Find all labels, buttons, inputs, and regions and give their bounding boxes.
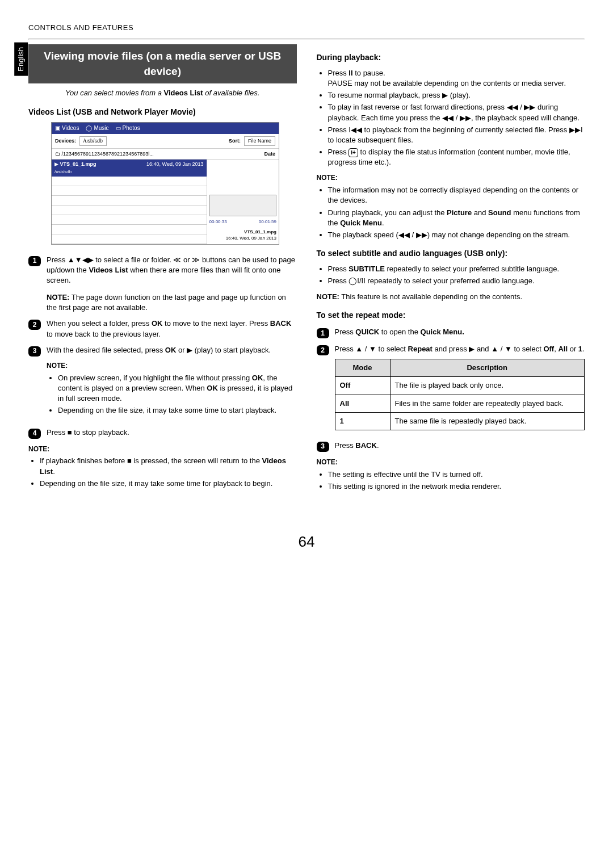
ffwd-icon: ▶▶ [524,103,535,111]
rstep3-text: Press BACK. [335,441,585,452]
pn2pic: Picture [447,208,472,217]
sb2b: repeatedly to select your preferred audi… [366,276,535,285]
s3b: or [176,346,187,354]
pb2b: (play). [448,91,471,99]
pb-b5: Press i+ to display the file status info… [328,147,585,167]
repeat-mode-table: ModeDescription OffThe file is played ba… [335,359,585,430]
tab-photos-label: Photos [123,124,140,132]
step4-text: Press ■ to stop playback. [47,427,297,439]
td-off: Off [335,377,390,395]
sub-note-label: NOTE: [317,292,339,301]
sort-value: File Name [244,136,275,146]
down-icon: ▼ [369,345,376,353]
r1a: Press [335,328,356,336]
pn2s: Sound [488,208,511,217]
pn2a: During playback, you can adjust the [328,208,447,217]
s1bold: Videos List [89,266,128,274]
videos-list-heading: Videos List (USB and Network Player Movi… [28,107,297,118]
bb1c: . [53,467,55,476]
time-current: 00:00:33 [209,219,227,225]
pb3e: , the playback speed will change. [471,114,580,122]
r1b: to open the [379,328,420,336]
final-bul2: This setting is ignored in the network m… [328,481,585,492]
tab-music-label: Music [94,124,108,132]
bottom-bul1: If playback finishes before ■ is pressed… [40,456,297,476]
r2g: to select [512,345,544,353]
s3b1a: On preview screen, if you highlight the … [58,374,252,382]
pb1a: Press [328,69,349,77]
page-section-header: CONTROLS AND FEATURES [28,23,133,32]
pn3b: / [410,230,416,239]
td-all-d: Files in the same folder are repeatedly … [390,395,585,412]
tab-photos: ▭Photos [116,124,140,132]
r3back: BACK [355,441,377,450]
intro-pre: You can select movies from a [65,89,163,97]
step-badge-2: 2 [28,320,41,330]
ffwd-icon-2: ▶▶ [460,114,471,122]
r2off: Off [543,345,554,353]
pb-note-b2: During playback, you can adjust the Pict… [328,208,585,228]
intro-post: of available files. [203,89,260,97]
rstep2-text: Press ▲ / ▼ to select Repeat and press ▶… [335,344,585,435]
sub-bul2: Press ◯I/II repeatedly to select your pr… [328,276,585,286]
s1a: Press [47,255,68,264]
r2b: / [363,345,369,353]
left-column: Viewing movie files (on a media server o… [28,44,297,497]
pb3b: / [518,103,524,111]
prev-track-icon: I◀◀ [349,125,362,134]
s4b: to stop playback. [72,428,129,437]
step1-text: Press ▲▼◀▶ to select a file or folder. ≪… [47,255,297,313]
pagedown-icon: ≫ [192,255,200,264]
td-off-d: The file is played back only once. [390,377,585,395]
s3c: (play) to start playback. [192,346,271,354]
r2e: and [475,345,491,353]
s1-note: The page down function on the last page … [47,293,286,312]
time-total: 00:01:59 [259,219,276,225]
info-icon: i+ [349,148,358,157]
pn2qm: Quick Menu [340,219,382,227]
play-icon: ▶ [187,346,192,354]
r2c: to select [376,345,408,353]
ui-path-text: /123456789112345678921234567893l... [62,151,154,157]
step3-text: With the desired file selected, press OK… [47,345,297,422]
play-icon-2: ▶ [442,91,448,99]
intro-text: You can select movies from a Videos List… [28,88,297,98]
s2a: When you select a folder, press [47,319,152,328]
td-all: All [335,395,390,412]
tab-videos-label: Videos [62,124,79,132]
subtitle-heading: To select subtitle and audio languages (… [317,248,585,259]
pb-note-label: NOTE: [317,173,585,183]
s2back: BACK [270,319,292,328]
r3a: Press [335,441,356,450]
pb3a: To play in fast reverse or fast forward … [328,103,507,111]
right-column: During playback: Press II to pause.PAUSE… [317,44,585,497]
rewind-icon: ◀◀ [507,103,518,111]
pb-b4: Press I◀◀ to playback from the beginning… [328,125,585,145]
page-number: 64 [28,531,585,552]
pb1b: to pause. [353,69,385,77]
intro-bold: Videos List [164,89,203,97]
ffwd-icon-3: ▶▶ [416,230,427,239]
audio-icon: ◯I/II [349,276,365,285]
r2a: Press [335,345,356,353]
sb1a: Press [328,265,349,273]
s3-bul2: Depending on the file size, it may take … [58,405,297,416]
pn3a: The playback speed ( [328,230,398,239]
pb-note-b1: The information may not be correctly dis… [328,185,585,206]
pb-b3: To play in fast reverse or fast forward … [328,102,585,123]
tab-music: ◯Music [86,124,108,132]
ui-selected-date: 16:40, Wed, 09 Jan 2013 [146,161,203,175]
feature-title: Viewing movie files (on a media server o… [28,44,297,83]
r2one: 1 [578,345,582,353]
pb4a: Press [328,125,349,134]
th-mode: Mode [335,359,390,377]
td-one-d: The same file is repeatedly played back. [390,412,585,430]
pb4b: to playback from the beginning of curren… [362,125,569,134]
ui-selected-file: VTS_01_1.mpg [60,161,96,167]
preview-thumb [209,195,276,216]
step2-text: When you select a folder, press OK to mo… [47,318,297,339]
devices-value: /usb/sdb [79,136,107,146]
during-playback-heading: During playback: [317,52,585,64]
rstep1-text: Press QUICK to open the Quick Menu. [335,327,585,338]
bb1a: If playback finishes before [40,456,127,465]
